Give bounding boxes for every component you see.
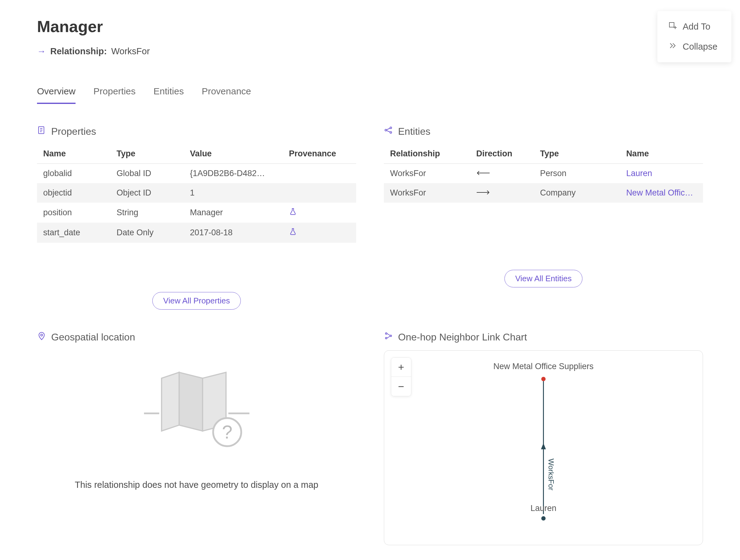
properties-heading: Properties	[51, 126, 96, 137]
top-actions-panel: Add To Collapse	[657, 11, 731, 62]
link-chart-heading: One-hop Neighbor Link Chart	[398, 332, 527, 343]
svg-point-10	[385, 337, 387, 339]
cell-value: 1	[184, 183, 283, 203]
cell-direction	[470, 164, 534, 183]
col-direction: Direction	[470, 145, 534, 164]
table-row[interactable]: globalid Global ID {1A9DB2B6-D482…	[37, 164, 356, 183]
view-all-entities-button[interactable]: View All Entities	[504, 270, 582, 287]
cell-type: Person	[534, 164, 620, 183]
cell-value: Manager	[184, 203, 283, 223]
arrow-left-icon	[476, 169, 490, 178]
cell-type: Company	[534, 183, 620, 203]
zoom-in-button[interactable]: +	[391, 358, 411, 377]
relationship-value: WorksFor	[111, 46, 150, 57]
col-name: Name	[620, 145, 703, 164]
tab-properties[interactable]: Properties	[93, 86, 136, 104]
entities-heading: Entities	[398, 126, 431, 137]
svg-point-3	[390, 132, 392, 133]
flask-icon	[289, 208, 297, 217]
col-type: Type	[110, 145, 184, 164]
properties-panel: Properties Name Type Value Provenance gl…	[37, 125, 356, 309]
svg-point-4	[41, 334, 42, 336]
svg-point-9	[385, 333, 387, 334]
cell-type: Date Only	[110, 223, 184, 243]
tabs: Overview Properties Entities Provenance	[37, 86, 703, 104]
entities-table: Relationship Direction Type Name WorksFo…	[384, 145, 703, 203]
entities-panel: Entities Relationship Direction Type Nam…	[384, 125, 703, 309]
add-to-icon	[668, 21, 677, 32]
properties-icon	[37, 125, 46, 137]
table-row[interactable]: start_date Date Only 2017-08-18	[37, 223, 356, 243]
node-bottom-label: Lauren	[530, 503, 556, 513]
entities-icon	[384, 125, 393, 137]
zoom-out-button[interactable]: −	[391, 377, 411, 396]
node-bottom[interactable]	[541, 516, 546, 521]
col-name: Name	[37, 145, 110, 164]
cell-name: globalid	[37, 164, 110, 183]
link-chart-panel: One-hop Neighbor Link Chart + − New Meta…	[384, 331, 703, 545]
relationship-label: Relationship:	[50, 46, 107, 57]
tab-entities[interactable]: Entities	[154, 86, 184, 104]
svg-text:?: ?	[222, 422, 232, 443]
arrow-right-icon	[476, 188, 490, 197]
tab-overview[interactable]: Overview	[37, 86, 76, 104]
cell-name: objectid	[37, 183, 110, 203]
cell-relationship: WorksFor	[384, 183, 470, 203]
chevron-double-right-icon	[668, 41, 677, 53]
add-to-button[interactable]: Add To	[665, 17, 723, 37]
geospatial-empty-message: This relationship does not have geometry…	[37, 480, 356, 490]
view-all-properties-button[interactable]: View All Properties	[152, 292, 241, 309]
table-row[interactable]: position String Manager	[37, 203, 356, 223]
svg-point-11	[390, 335, 392, 337]
cell-type: String	[110, 203, 184, 223]
cell-name: position	[37, 203, 110, 223]
svg-point-2	[390, 127, 392, 129]
collapse-label: Collapse	[683, 41, 718, 52]
cell-provenance[interactable]	[283, 223, 356, 243]
node-top-label: New Metal Office Suppliers	[493, 362, 593, 371]
empty-map-icon: ?	[138, 447, 255, 452]
link-chart-canvas[interactable]: + − New Metal Office Suppliers WorksFor …	[384, 350, 703, 545]
zoom-controls: + −	[391, 357, 411, 396]
entity-link[interactable]: New Metal Offic…	[620, 183, 703, 203]
collapse-button[interactable]: Collapse	[665, 37, 723, 57]
page-title: Manager	[37, 17, 703, 36]
table-row[interactable]: WorksFor Person Lauren	[384, 164, 703, 183]
cell-type: Global ID	[110, 164, 184, 183]
svg-point-1	[385, 129, 387, 131]
add-to-label: Add To	[683, 22, 711, 32]
cell-direction	[470, 183, 534, 203]
cell-name: start_date	[37, 223, 110, 243]
properties-table: Name Type Value Provenance globalid Glob…	[37, 145, 356, 243]
table-row[interactable]: WorksFor Company New Metal Offic…	[384, 183, 703, 203]
cell-value: {1A9DB2B6-D482…	[184, 164, 283, 183]
breadcrumb: → Relationship: WorksFor	[37, 46, 703, 57]
col-relationship: Relationship	[384, 145, 470, 164]
cell-type: Object ID	[110, 183, 184, 203]
edge-label: WorksFor	[547, 459, 555, 491]
tab-provenance[interactable]: Provenance	[202, 86, 251, 104]
table-row[interactable]: objectid Object ID 1	[37, 183, 356, 203]
arrow-right-icon: →	[37, 46, 46, 57]
cell-relationship: WorksFor	[384, 164, 470, 183]
link-chart-icon	[384, 331, 393, 343]
col-type: Type	[534, 145, 620, 164]
cell-provenance[interactable]	[283, 203, 356, 223]
col-provenance: Provenance	[283, 145, 356, 164]
cell-value: 2017-08-18	[184, 223, 283, 243]
map-pin-icon	[37, 331, 46, 343]
edge-arrowhead	[541, 443, 546, 449]
col-value: Value	[184, 145, 283, 164]
node-top[interactable]	[541, 377, 546, 381]
flask-icon	[289, 228, 297, 238]
geospatial-panel: Geospatial location ?	[37, 331, 356, 545]
entity-link[interactable]: Lauren	[620, 164, 703, 183]
cell-provenance	[283, 183, 356, 203]
cell-provenance	[283, 164, 356, 183]
geospatial-heading: Geospatial location	[51, 332, 135, 343]
